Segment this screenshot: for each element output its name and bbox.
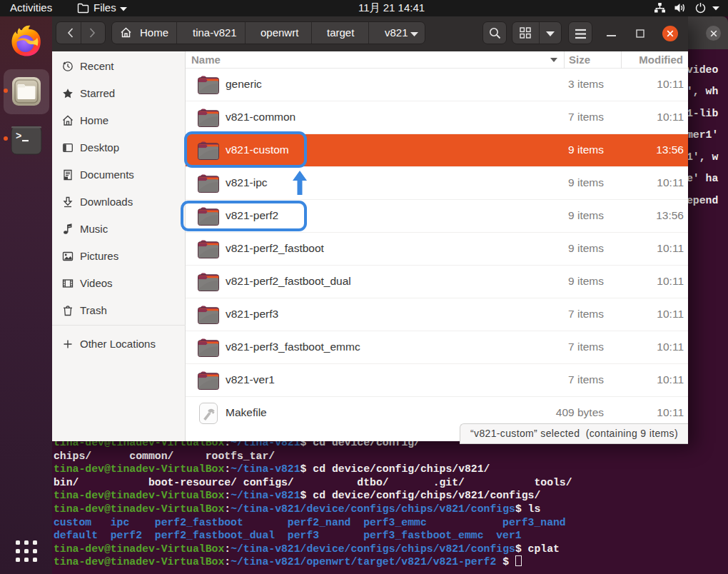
svg-text:>: > [16, 131, 21, 142]
